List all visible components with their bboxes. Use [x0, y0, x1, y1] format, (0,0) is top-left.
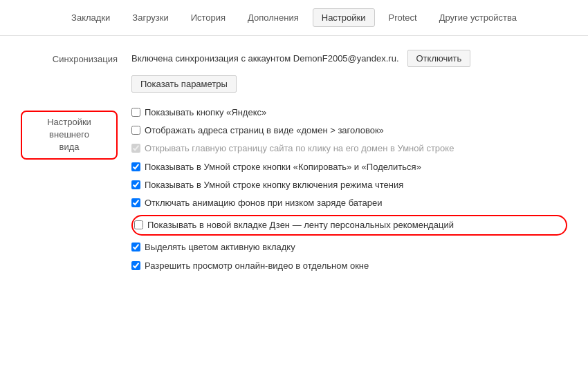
checkbox-cb9[interactable]	[131, 261, 140, 270]
settings-items: Показывать кнопку «Яндекс»Отображать адр…	[131, 106, 567, 278]
checkbox-item: Отображать адреса страниц в виде «домен …	[131, 124, 567, 137]
checkbox-item: Показывать кнопку «Яндекс»	[131, 106, 567, 119]
disconnect-button[interactable]: Отключить	[407, 50, 471, 67]
checkbox-label-cb8: Выделять цветом активную вкладку	[145, 241, 295, 254]
checkbox-cb4[interactable]	[131, 162, 140, 171]
sync-info: Включена синхронизация с аккаунтом Demon…	[131, 50, 567, 67]
checkbox-cb3[interactable]	[131, 144, 140, 153]
nav-item-загрузки[interactable]: Загрузки	[124, 9, 176, 26]
checkbox-label-cb2: Отображать адреса страниц в виде «домен …	[145, 124, 384, 137]
sync-content: Включена синхронизация с аккаунтом Demon…	[131, 50, 567, 93]
checkbox-label-cb6: Отключать анимацию фонов при низком заря…	[145, 197, 383, 209]
nav-bar: ЗакладкиЗагрузкиИсторияДополненияНастрой…	[0, 0, 588, 36]
checkbox-label-cb5: Показывать в Умной строке кнопку включен…	[145, 179, 403, 191]
nav-item-настройки[interactable]: Настройки	[313, 8, 375, 27]
show-params-button[interactable]: Показать параметры	[131, 75, 237, 93]
appearance-label-col: Настройки внешнего вида	[21, 106, 131, 278]
nav-item-закладки[interactable]: Закладки	[63, 9, 118, 26]
nav-item-дополнения[interactable]: Дополнения	[239, 9, 307, 26]
checkbox-item: Открывать главную страницу сайта по клик…	[131, 142, 567, 155]
checkbox-cb2[interactable]	[131, 126, 140, 135]
checkbox-item: Отключать анимацию фонов при низком заря…	[131, 197, 567, 209]
settings-area: Настройки внешнего вида Показывать кнопк…	[0, 99, 588, 285]
checkbox-label-cb4: Показывать в Умной строке кнопки «Копиро…	[145, 161, 421, 173]
nav-item-protect[interactable]: Protect	[380, 9, 425, 26]
checkbox-cb8[interactable]	[131, 243, 140, 251]
checkbox-label-cb9: Разрешить просмотр онлайн-видео в отдель…	[145, 260, 369, 272]
nav-item-история[interactable]: История	[183, 9, 234, 26]
checkbox-item: Выделять цветом активную вкладку	[131, 241, 567, 254]
appearance-label: Настройки внешнего вида	[21, 111, 118, 160]
sync-label: Синхронизация	[21, 50, 131, 93]
highlighted-checkbox-row: Показывать в новой вкладке Дзен — ленту …	[131, 215, 567, 236]
sync-section: Синхронизация Включена синхронизация с а…	[0, 36, 588, 99]
checkbox-item: Показывать в Умной строке кнопки «Копиро…	[131, 161, 567, 173]
nav-item-другие-устройства[interactable]: Другие устройства	[431, 9, 525, 26]
checkbox-cb6[interactable]	[131, 198, 140, 207]
checkbox-label-cb1: Показывать кнопку «Яндекс»	[145, 106, 266, 119]
checkbox-label-cb3: Открывать главную страницу сайта по клик…	[145, 142, 454, 155]
checkbox-cb1[interactable]	[131, 108, 140, 117]
checkbox-item: Разрешить просмотр онлайн-видео в отдель…	[131, 260, 567, 272]
checkbox-label-cb7: Показывать в новой вкладке Дзен — ленту …	[147, 219, 454, 231]
checkbox-cb5[interactable]	[131, 180, 140, 189]
checkbox-item: Показывать в Умной строке кнопку включен…	[131, 179, 567, 191]
sync-text: Включена синхронизация с аккаунтом Demon…	[131, 53, 399, 64]
checkbox-cb7[interactable]	[134, 220, 143, 229]
